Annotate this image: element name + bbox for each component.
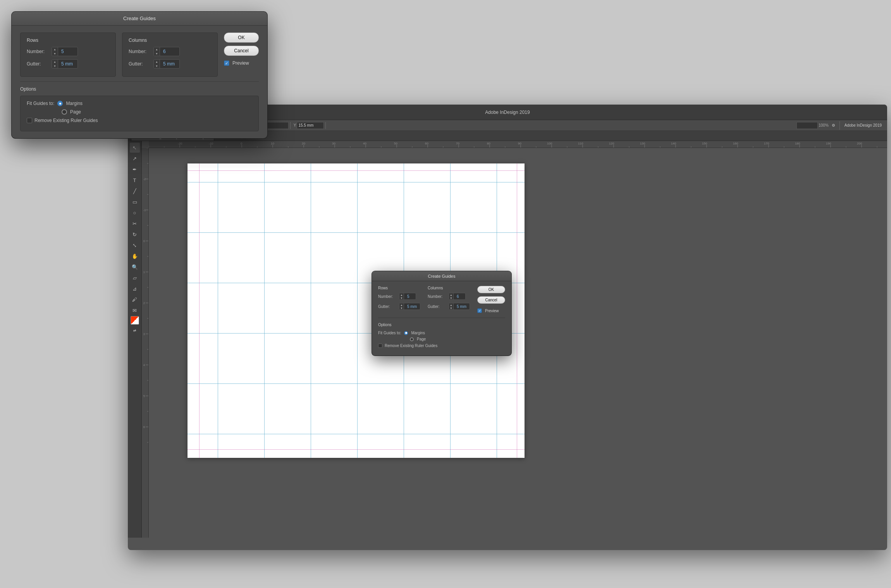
small-columns-number-down[interactable]: ▼ <box>449 296 453 299</box>
small-rows-number-value[interactable]: 5 <box>404 294 416 299</box>
size-input[interactable] <box>796 122 818 129</box>
gradient-tool[interactable]: ▱ <box>130 273 140 283</box>
columns-section: Columns Number: ▲ ▼ 6 Gutter: <box>122 33 218 77</box>
rows-number-value[interactable]: 5 <box>58 49 77 54</box>
rotate-tool[interactable]: ↻ <box>130 229 140 239</box>
small-rows-number-down[interactable]: ▼ <box>399 296 404 299</box>
small-rows-gutter-value[interactable]: 5 mm <box>404 304 420 309</box>
rect-tool[interactable]: ▭ <box>130 197 140 207</box>
small-options-section: Options Fit Guides to: Margins Page Remo… <box>378 323 505 348</box>
rows-section-title: Rows <box>27 38 109 43</box>
remove-guides-checkbox[interactable] <box>27 118 32 123</box>
columns-number-down[interactable]: ▼ <box>154 52 160 56</box>
columns-gutter-up[interactable]: ▲ <box>154 60 160 64</box>
small-rows-gutter-up[interactable]: ▲ <box>399 303 404 306</box>
small-columns-number-value[interactable]: 6 <box>454 294 465 299</box>
small-rows-gutter-arrows[interactable]: ▲ ▼ <box>399 303 404 309</box>
page-radio-row: Page <box>62 109 252 115</box>
color-swatch[interactable] <box>131 316 139 325</box>
preview-checkbox[interactable]: ✓ <box>224 60 229 66</box>
svg-text:0: 0 <box>241 142 243 145</box>
large-cancel-button[interactable]: Cancel <box>224 46 259 56</box>
columns-gutter-arrows[interactable]: ▲ ▼ <box>154 60 160 68</box>
small-margins-radio[interactable] <box>404 331 408 335</box>
page-radio[interactable] <box>62 109 67 115</box>
rows-number-down[interactable]: ▼ <box>52 52 58 56</box>
scale-tool[interactable]: ⤡ <box>130 240 140 250</box>
margins-radio[interactable] <box>57 101 63 106</box>
options-title: Options <box>20 86 259 92</box>
small-cancel-button[interactable]: Cancel <box>477 296 505 304</box>
rows-number-spinner[interactable]: ▲ ▼ 5 <box>52 47 78 56</box>
eyedropper-tool[interactable]: 🖋 <box>130 294 140 304</box>
columns-number-value[interactable]: 6 <box>160 49 179 54</box>
options-section: Options Fit Guides to: Margins Page Remo… <box>20 86 259 131</box>
canvas-area <box>149 148 887 538</box>
small-columns-number-spinner[interactable]: ▲ ▼ 6 <box>449 293 466 300</box>
settings-btn[interactable]: ⚙ <box>829 121 838 130</box>
rows-gutter-up[interactable]: ▲ <box>52 60 58 64</box>
small-rows-number-arrows[interactable]: ▲ ▼ <box>399 293 404 299</box>
columns-number-up[interactable]: ▲ <box>154 47 160 52</box>
large-create-guides-dialog[interactable]: Create Guides Rows Number: ▲ ▼ 5 <box>12 12 267 138</box>
y-input[interactable] <box>297 122 324 129</box>
scissors-tool[interactable]: ✂ <box>130 218 140 229</box>
pen-tool[interactable]: ✒ <box>130 164 140 174</box>
direct-select-tool[interactable]: ↗ <box>130 153 140 163</box>
small-columns-number-label: Number: <box>428 294 446 299</box>
remove-guides-row: Remove Existing Ruler Guides <box>27 118 252 123</box>
small-preview-checkbox[interactable]: ✓ <box>477 308 482 313</box>
line-tool[interactable]: ╱ <box>130 186 140 196</box>
columns-gutter-down[interactable]: ▼ <box>154 64 160 68</box>
columns-gutter-value[interactable]: 5 mm <box>160 61 179 67</box>
columns-gutter-spinner[interactable]: ▲ ▼ 5 mm <box>153 59 180 69</box>
small-columns-number-up[interactable]: ▲ <box>449 293 453 296</box>
rows-gutter-value[interactable]: 5 mm <box>58 61 77 67</box>
small-page-radio[interactable] <box>410 337 414 341</box>
small-columns-section: Columns Number: ▲ ▼ 6 Gutter: <box>428 286 473 313</box>
rows-gutter-arrows[interactable]: ▲ ▼ <box>52 60 58 68</box>
small-rows-number-spinner[interactable]: ▲ ▼ 5 <box>399 293 416 300</box>
svg-text:3: 3 <box>143 333 145 335</box>
small-columns-gutter-arrows[interactable]: ▲ ▼ <box>449 303 454 309</box>
zoom-tool[interactable]: 🔍 <box>130 262 140 272</box>
columns-number-spinner[interactable]: ▲ ▼ 6 <box>153 47 180 56</box>
large-dialog-divider <box>20 81 259 82</box>
rows-number-up[interactable]: ▲ <box>52 47 58 52</box>
rows-number-arrows[interactable]: ▲ ▼ <box>52 47 58 56</box>
hand-tool[interactable]: ✋ <box>130 251 140 261</box>
small-create-guides-dialog[interactable]: Create Guides Rows Number: ▲ ▼ 5 <box>372 271 511 356</box>
columns-number-arrows[interactable]: ▲ ▼ <box>154 47 160 56</box>
small-rows-gutter-spinner[interactable]: ▲ ▼ 5 mm <box>399 303 420 310</box>
notes-tool[interactable]: ✉ <box>130 305 140 315</box>
svg-text:70: 70 <box>456 142 459 145</box>
small-columns-gutter-down[interactable]: ▼ <box>449 306 453 309</box>
small-rows-number-up[interactable]: ▲ <box>399 293 404 296</box>
svg-text:80: 80 <box>487 142 490 145</box>
w-input[interactable] <box>265 122 289 129</box>
small-options-title: Options <box>378 323 505 327</box>
small-margins-label: Margins <box>411 331 425 335</box>
large-ok-button[interactable]: OK <box>224 33 259 43</box>
small-dialog-body: Rows Number: ▲ ▼ 5 Gutter: <box>372 281 511 356</box>
swap-colors[interactable]: ⇄ <box>130 325 140 335</box>
small-page-radio-row: Page <box>410 337 505 341</box>
small-columns-gutter-up[interactable]: ▲ <box>449 303 453 306</box>
rows-gutter-down[interactable]: ▼ <box>52 64 58 68</box>
small-columns-gutter-spinner[interactable]: ▲ ▼ 5 mm <box>449 303 470 310</box>
small-ok-button[interactable]: OK <box>477 286 505 293</box>
ellipse-tool[interactable]: ○ <box>130 208 140 218</box>
rows-section: Rows Number: ▲ ▼ 5 Gutter: <box>20 33 116 77</box>
large-dialog-buttons: OK Cancel ✓ Preview <box>224 33 259 66</box>
measure-tool[interactable]: ⊿ <box>130 284 140 294</box>
small-remove-guides-row: Remove Existing Ruler Guides <box>378 344 505 348</box>
small-rows-gutter-down[interactable]: ▼ <box>399 306 404 309</box>
small-remove-guides-checkbox[interactable] <box>378 344 382 348</box>
small-columns-gutter-value[interactable]: 5 mm <box>454 304 470 309</box>
small-columns-number-arrows[interactable]: ▲ ▼ <box>449 293 454 299</box>
columns-number-label: Number: <box>129 49 151 54</box>
rows-gutter-spinner[interactable]: ▲ ▼ 5 mm <box>52 59 78 69</box>
type-tool[interactable]: T <box>130 175 140 185</box>
small-dialog-buttons: OK Cancel ✓ Preview <box>477 286 505 313</box>
select-tool[interactable]: ↖ <box>130 143 140 153</box>
